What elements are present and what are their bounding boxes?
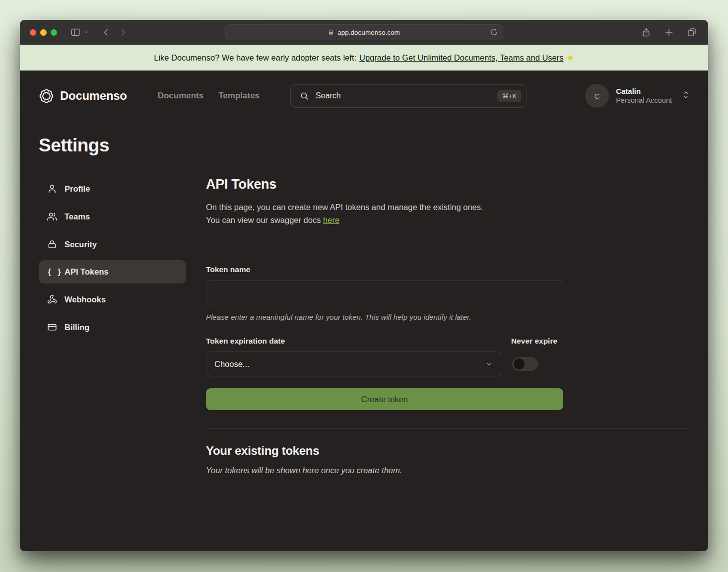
brand-name: Documenso [60,89,127,103]
existing-tokens-empty-text: Your tokens will be shown here once you … [206,466,690,475]
tab-overview-icon[interactable] [685,26,698,39]
users-icon [47,212,57,221]
back-button[interactable] [100,26,113,39]
star-icon: ★ [567,53,574,63]
divider [206,243,690,243]
sidebar-item-teams[interactable]: Teams [39,205,186,228]
sidebar-item-billing[interactable]: Billing [39,315,186,339]
lock-icon [328,29,334,36]
avatar: C [585,84,609,108]
minimize-window-button[interactable] [40,29,47,36]
browser-chrome: app.documenso.com [20,20,708,45]
section-heading: API Tokens [206,177,690,192]
user-icon [47,184,57,194]
sidebar-item-api-tokens[interactable]: { } API Tokens [39,260,186,284]
expiration-selected-value: Choose... [214,359,250,369]
existing-tokens-heading: Your existing tokens [206,444,690,458]
main-nav: Documents Templates [158,91,260,101]
sidebar-item-label: Profile [65,184,90,194]
expiration-labels-row: Token expiration date Never expire [206,337,563,346]
documenso-logo-icon [39,88,54,104]
lock-icon [47,239,57,249]
share-icon[interactable] [640,26,653,39]
create-token-button[interactable]: Create token [206,388,563,410]
app-header: Documenso Documents Templates Search ⌘+K… [39,83,690,108]
sidebar-item-label: API Tokens [65,267,109,277]
never-expire-toggle[interactable] [512,357,538,371]
reload-icon[interactable] [490,28,498,38]
sidebar-item-webhooks[interactable]: Webhooks [39,287,186,311]
forward-button[interactable] [117,26,130,39]
credit-card-icon [47,322,57,332]
address-bar[interactable]: app.documenso.com [225,24,503,40]
create-token-form: Token name Please enter a meaningful nam… [206,265,563,410]
settings-body: Profile Teams Security { } API Tokens We… [39,177,690,475]
token-name-input[interactable] [206,281,563,305]
chevron-down-icon [485,360,493,368]
window-controls [30,29,57,36]
token-name-hint: Please enter a meaningful name for your … [206,313,563,321]
chevron-up-down-icon [682,90,690,102]
api-tokens-panel: API Tokens On this page, you can create … [206,177,690,475]
tab-group-chevron-icon[interactable] [80,26,93,39]
account-name: Catalin [616,86,672,96]
search-shortcut-badge: ⌘+K [497,90,522,102]
search-placeholder: Search [316,91,491,100]
account-menu[interactable]: C Catalin Personal Account [585,84,690,108]
close-window-button[interactable] [30,29,36,36]
documenso-app: Documenso Documents Templates Search ⌘+K… [20,71,708,551]
chrome-right-actions [640,26,698,39]
sidebar-item-profile[interactable]: Profile [39,177,186,201]
sidebar-item-label: Billing [65,323,89,332]
page-title: Settings [39,135,690,156]
nav-documents[interactable]: Documents [158,91,204,101]
browser-window: app.documenso.com Like Documenso? We hav… [20,20,708,551]
url-text: app.documenso.com [337,29,399,36]
search-input[interactable]: Search ⌘+K [290,84,527,108]
swagger-docs-link[interactable]: here [323,215,339,224]
settings-sidebar: Profile Teams Security { } API Tokens We… [39,177,186,475]
brand-logo[interactable]: Documenso [39,88,127,104]
braces-icon: { } [47,268,57,277]
sidebar-item-security[interactable]: Security [39,232,186,256]
nav-templates[interactable]: Templates [218,91,260,101]
never-expire-label: Never expire [511,337,557,346]
toggle-knob [514,358,525,369]
divider [206,429,690,429]
upgrade-link[interactable]: Upgrade to Get Unlimited Documents, Team… [359,53,563,63]
new-tab-icon[interactable] [662,26,675,39]
expiration-select[interactable]: Choose... [206,352,501,376]
expiration-label: Token expiration date [206,337,501,346]
search-icon [300,91,309,101]
section-description: On this page, you can create new API tok… [206,201,690,226]
zoom-window-button[interactable] [51,29,57,36]
expiration-controls-row: Choose... [206,352,563,376]
webhook-icon [47,294,57,304]
sidebar-item-label: Teams [65,212,90,221]
sidebar-item-label: Webhooks [65,295,106,304]
banner-text: Like Documenso? We have few early adopte… [154,53,356,63]
account-type: Personal Account [616,96,672,105]
sidebar-item-label: Security [65,240,97,249]
upgrade-banner: Like Documenso? We have few early adopte… [20,45,708,71]
token-name-label: Token name [206,265,563,274]
